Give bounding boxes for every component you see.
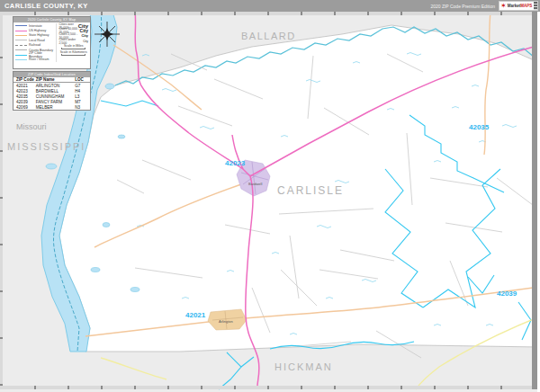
zip-table-row: 42023BARDWELLH4 bbox=[14, 88, 90, 94]
city-label-bardwell: Bardwell bbox=[248, 182, 262, 186]
zip-label-42023: 42023 bbox=[225, 159, 245, 167]
zip-label-42039: 42039 bbox=[497, 290, 517, 298]
county-label-carlisle: CARLISLE bbox=[277, 184, 344, 197]
page-title: CARLISLE COUNTY, KY bbox=[0, 2, 430, 10]
zip-label-42021: 42021 bbox=[185, 311, 205, 319]
legend-item-label: US Highway bbox=[29, 29, 46, 32]
zip-table-row: 42021ARLINGTONG7 bbox=[14, 83, 90, 88]
legend-item-label: Local Road bbox=[29, 39, 45, 42]
logo-brand-2: MAPS bbox=[520, 4, 532, 8]
river-label-mississippi: MISSISSIPPI bbox=[7, 141, 86, 152]
header-bar: CARLISLE COUNTY, KY 2020 ZIP Code Premiu… bbox=[0, 0, 540, 12]
legend-item-label: Railroad bbox=[29, 43, 40, 47]
logo-brand-1: Market bbox=[508, 4, 521, 8]
legend-box: 2020 Carlisle County, KY Map Interstate … bbox=[13, 16, 91, 69]
logo-block-icon bbox=[534, 2, 537, 10]
logo-burst-icon: ✶ bbox=[500, 3, 507, 10]
city-label-arlington: Arlington bbox=[219, 319, 233, 324]
zip-label-42035: 42035 bbox=[469, 123, 489, 131]
zip-table-row: 42069MELBERN3 bbox=[14, 104, 90, 110]
zip-index-table: ZIP Code Index/Grid Location ZIP Code ZI… bbox=[13, 71, 91, 111]
legend-item-label: Interstate bbox=[29, 24, 42, 28]
legend-road-items: Interstate US Highway State Highway Loca… bbox=[15, 23, 56, 62]
legend-city-sizes: Cities over 25,000City Cities 10,000 - 2… bbox=[56, 23, 88, 62]
legend-item-label: State Highway bbox=[29, 33, 50, 37]
zip-table-row: 42035CUNNINGHAML3 bbox=[14, 94, 90, 99]
legend-item-label: River / Stream bbox=[29, 58, 49, 61]
edition-label: 2020 ZIP Code Premium Edition bbox=[430, 4, 495, 9]
grid-bar-bottom bbox=[3, 386, 532, 389]
county-label-ballard: BALLARD bbox=[241, 31, 296, 41]
brand-logo: ✶ MarketMAPS bbox=[499, 1, 538, 11]
state-label-missouri: Missouri bbox=[16, 122, 47, 131]
grid-bar-left bbox=[0, 12, 3, 389]
map-page: CARLISLE COUNTY, KY 2020 ZIP Code Premiu… bbox=[0, 0, 540, 392]
zip-table-row: 42039FANCY FARMM7 bbox=[14, 99, 90, 104]
grid-bar-top bbox=[3, 12, 532, 15]
legend-scale-km: Scale in Kilometers bbox=[58, 50, 88, 54]
county-label-hickman: HICKMAN bbox=[274, 361, 333, 372]
